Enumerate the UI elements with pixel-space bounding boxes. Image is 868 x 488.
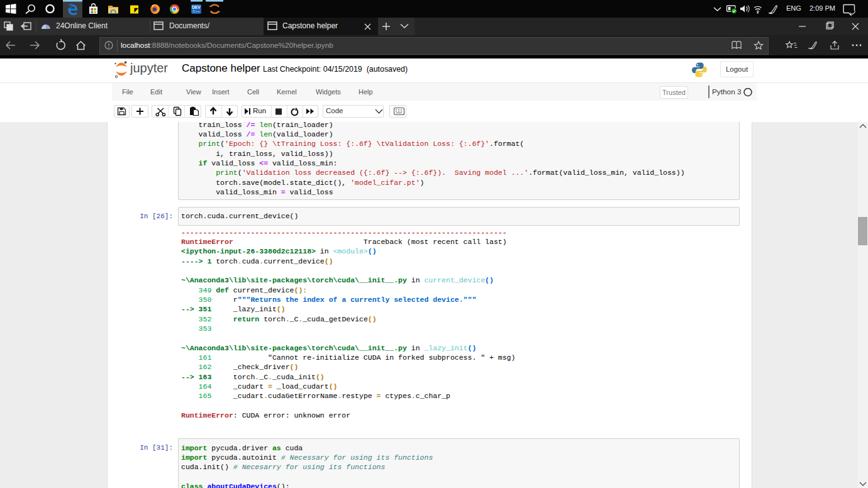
svg-text:DEV: DEV <box>192 5 201 9</box>
svg-text:C++: C++ <box>192 9 200 13</box>
